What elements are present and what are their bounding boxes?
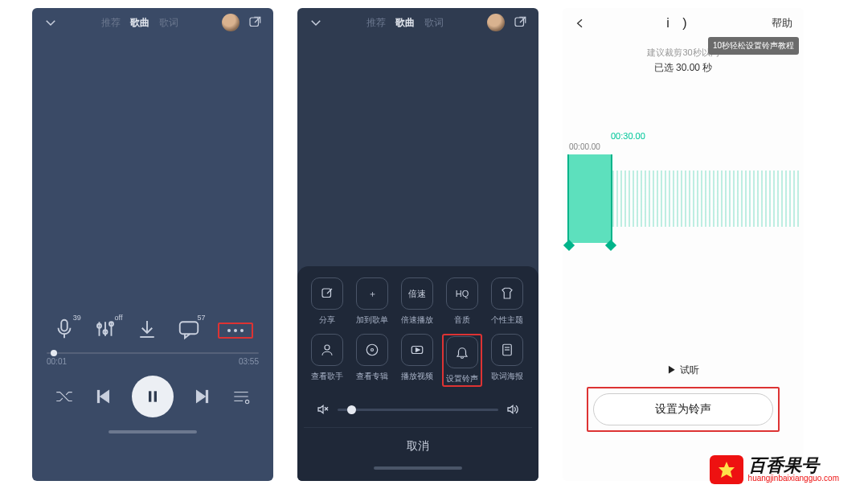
eq-button[interactable]: off: [93, 317, 117, 344]
tab-recommend[interactable]: 推荐: [366, 16, 386, 30]
poster-icon: [500, 343, 514, 357]
plus-icon: ＋: [356, 277, 388, 310]
volume-slider[interactable]: [338, 409, 498, 411]
download-button[interactable]: [135, 317, 159, 344]
svg-marker-41: [719, 462, 735, 478]
svg-rect-13: [97, 390, 99, 402]
volume-row: [304, 395, 532, 427]
download-icon: [135, 317, 159, 341]
svg-point-29: [366, 344, 378, 355]
trim-end-time: 00:30.00: [611, 131, 804, 141]
mic-button[interactable]: 39: [52, 317, 76, 344]
sheet-add-playlist[interactable]: ＋加到歌单: [352, 277, 392, 326]
svg-marker-12: [100, 390, 108, 402]
more-button-highlight[interactable]: [218, 323, 253, 339]
progress-bar[interactable]: [47, 352, 259, 354]
mute-icon[interactable]: [317, 403, 330, 416]
volume-icon[interactable]: [506, 403, 519, 416]
help-link[interactable]: 帮助: [772, 16, 792, 31]
album-art-area: [297, 37, 538, 246]
sheet-row-2: 查看歌手 查看专辑 播放视频 设置铃声 歌词海报 驾驶: [304, 334, 532, 395]
playback-controls: [32, 368, 273, 430]
share-icon[interactable]: [248, 15, 262, 30]
waveform[interactable]: [567, 154, 799, 243]
more-dot: [234, 329, 237, 332]
trim-handle-left[interactable]: [563, 240, 575, 251]
sheet-video[interactable]: 播放视频: [397, 334, 437, 387]
tab-lyrics[interactable]: 歌词: [159, 16, 178, 30]
comment-badge: 57: [198, 314, 206, 322]
tooltip-badge[interactable]: 10秒轻松设置铃声教程: [708, 37, 799, 55]
watermark-logo: [710, 455, 743, 484]
svg-line-25: [327, 289, 332, 294]
eq-badge: off: [115, 314, 123, 322]
svg-point-30: [371, 349, 374, 351]
progress-area: 00:01 03:55: [32, 347, 273, 368]
watermark-name: 百香果号: [748, 457, 839, 475]
waveform-selection[interactable]: [567, 154, 612, 243]
sheet-album[interactable]: 查看专辑: [352, 334, 392, 387]
progress-knob[interactable]: [51, 350, 57, 356]
album-art-area: [32, 37, 273, 310]
tab-recommend[interactable]: 推荐: [101, 16, 121, 30]
svg-marker-40: [508, 405, 513, 413]
trim-selected-duration: 已选 30.00 秒: [563, 61, 804, 75]
share-box-icon: [320, 286, 334, 301]
back-icon[interactable]: [574, 17, 587, 30]
svg-rect-0: [250, 18, 259, 27]
next-icon[interactable]: [191, 386, 212, 407]
sheet-theme[interactable]: 个性主题: [487, 277, 527, 326]
share-icon[interactable]: [513, 15, 527, 30]
waveform-rest: [612, 171, 799, 227]
home-indicator: [108, 430, 197, 434]
album-icon: [365, 343, 379, 357]
mic-badge: 39: [73, 314, 81, 322]
svg-marker-32: [416, 348, 420, 352]
collapse-icon[interactable]: [309, 15, 323, 30]
preview-button[interactable]: ▶ 试听: [563, 364, 804, 377]
svg-point-21: [245, 400, 248, 403]
svg-rect-11: [179, 322, 198, 334]
player-tabs: 推荐 歌曲 歌词: [331, 16, 479, 30]
set-ringtone-highlight: 设置为铃声: [587, 387, 780, 432]
comment-button[interactable]: 57: [177, 317, 201, 344]
trim-start-time: 00:00.00: [569, 142, 804, 151]
video-icon: [410, 343, 424, 357]
tab-song[interactable]: 歌曲: [395, 16, 415, 30]
star-icon: [715, 460, 738, 479]
trim-handle-right[interactable]: [605, 240, 616, 251]
pause-button[interactable]: [132, 376, 174, 417]
svg-rect-2: [61, 320, 68, 331]
tab-song[interactable]: 歌曲: [130, 16, 149, 30]
person-icon: [320, 343, 334, 357]
avatar[interactable]: [222, 14, 240, 31]
sheet-lyric-poster[interactable]: 歌词海报: [487, 334, 527, 387]
tshirt-icon: [500, 286, 514, 301]
tab-lyrics[interactable]: 歌词: [424, 16, 444, 30]
set-ringtone-button[interactable]: 设置为铃声: [593, 393, 773, 425]
screen-player: 推荐 歌曲 歌词 39 off 57 00:0: [32, 8, 273, 481]
trim-title: i ): [666, 16, 691, 31]
svg-rect-15: [154, 391, 157, 401]
volume-knob[interactable]: [347, 405, 356, 414]
sheet-quality[interactable]: HQ音质: [442, 277, 482, 326]
sheet-cancel[interactable]: 取消: [304, 427, 532, 466]
watermark-url: huangjinbaixiangguo.com: [748, 475, 839, 483]
shuffle-icon[interactable]: [54, 386, 75, 407]
bell-icon: [455, 345, 469, 360]
sheet-speed[interactable]: 倍速倍速播放: [397, 277, 437, 326]
action-row: 39 off 57: [32, 310, 273, 347]
action-sheet: 分享 ＋加到歌单 倍速倍速播放 HQ音质 个性主题 播放器 查看歌手 查看专辑 …: [297, 266, 538, 481]
watermark: 百香果号 huangjinbaixiangguo.com: [710, 455, 839, 484]
playlist-icon[interactable]: [231, 386, 252, 407]
svg-rect-22: [515, 18, 524, 27]
screen-ringtone-trim: i ) 帮助 10秒轻松设置铃声教程 建议裁剪30秒以内 已选 30.00 秒 …: [563, 8, 804, 481]
more-dot: [240, 329, 244, 332]
avatar[interactable]: [487, 14, 505, 31]
svg-point-28: [325, 345, 330, 350]
sheet-artist[interactable]: 查看歌手: [307, 334, 347, 387]
sheet-set-ringtone-highlight[interactable]: 设置铃声: [442, 334, 482, 387]
prev-icon[interactable]: [93, 386, 114, 407]
collapse-icon[interactable]: [43, 15, 58, 30]
sheet-share[interactable]: 分享: [307, 277, 347, 326]
